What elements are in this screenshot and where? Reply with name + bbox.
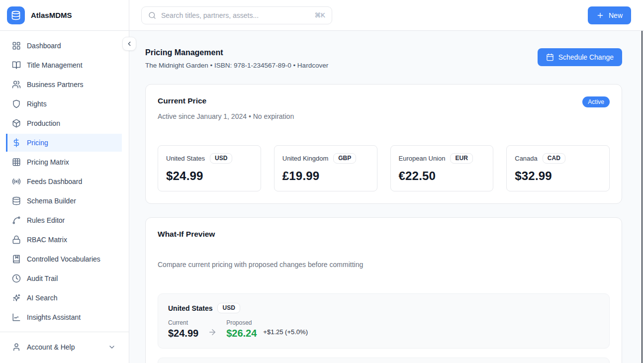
sidebar-item-label: AI Search (27, 294, 57, 302)
what-if-description: Compare current pricing with proposed ch… (158, 261, 610, 269)
sidebar-item-rules-editor[interactable]: Rules Editor (6, 211, 122, 229)
account-help-menu[interactable]: Account & Help (6, 338, 122, 356)
status-badge: Active (582, 96, 610, 107)
sidebar-item-dashboard[interactable]: Dashboard (6, 37, 122, 55)
price-amount: €22.50 (399, 169, 485, 183)
sidebar-item-insights-assistant[interactable]: Insights Assistant (6, 308, 122, 326)
currency-badge: USD (210, 153, 232, 164)
scrollbar[interactable] (642, 31, 644, 363)
region-row: United States USD (166, 153, 253, 164)
sidebar-item-label: Controlled Vocabularies (27, 255, 100, 263)
current-price-card: Current Price Active Active since Januar… (145, 84, 622, 204)
lock-icon (12, 235, 21, 244)
book-marked-icon (12, 255, 21, 264)
app-name: AtlasMDMS (31, 11, 72, 19)
dollar-sign-icon (12, 138, 21, 147)
content-area: Pricing Management The Midnight Garden •… (129, 31, 644, 363)
sidebar-item-controlled-vocabularies[interactable]: Controlled Vocabularies (6, 250, 122, 268)
what-if-row-partial (158, 358, 610, 363)
sidebar-item-ai-search[interactable]: AI Search (6, 289, 122, 307)
currency-badge: CAD (543, 153, 565, 164)
search-shortcut-hint: ⌘K (314, 11, 325, 19)
current-value: $24.99 (168, 328, 198, 339)
sidebar-item-schema-builder[interactable]: Schema Builder (6, 192, 122, 210)
search-input[interactable] (161, 11, 309, 19)
region-name: European Union (399, 155, 446, 162)
page-title: Pricing Management (145, 48, 328, 57)
sidebar-item-pricing-matrix[interactable]: Pricing Matrix (6, 153, 122, 171)
price-tile-european-union: European Union EUR €22.50 (390, 145, 494, 191)
what-if-row-united-states: United States USD Current $24.99 Propose… (158, 293, 610, 349)
sidebar-collapse-button[interactable] (122, 37, 136, 51)
sidebar-item-feeds-dashboard[interactable]: Feeds Dashboard (6, 173, 122, 190)
sidebar-item-label: Business Partners (27, 81, 84, 89)
global-search[interactable]: ⌘K (141, 6, 332, 24)
sidebar-item-label: Schema Builder (27, 197, 76, 205)
currency-badge: USD (217, 303, 240, 313)
region-row: United States USD (168, 303, 599, 313)
sidebar: AtlasMDMS Dashboard Title Management Bus… (0, 0, 129, 363)
price-amount: $24.99 (166, 169, 253, 183)
page-subtitle: The Midnight Garden • ISBN: 978-1-234567… (145, 62, 328, 69)
shield-icon (12, 99, 21, 108)
sidebar-item-label: Pricing (27, 139, 48, 147)
sidebar-item-title-management[interactable]: Title Management (6, 56, 122, 74)
sidebar-item-audit-trail[interactable]: Audit Trail (6, 270, 122, 287)
scrollbar-thumb[interactable] (642, 31, 643, 363)
sidebar-item-rights[interactable]: Rights (6, 95, 122, 113)
new-button-label: New (609, 11, 623, 19)
sidebar-item-label: Rights (27, 100, 47, 108)
region-row: European Union EUR (399, 153, 485, 164)
book-open-icon (12, 61, 21, 70)
region-name: Canada (515, 155, 538, 162)
current-price-title: Current Price (158, 96, 206, 105)
topbar: ⌘K New (129, 0, 644, 31)
brand-header: AtlasMDMS (0, 0, 129, 31)
schedule-change-label: Schedule Change (558, 53, 614, 61)
sidebar-item-production[interactable]: Production (6, 114, 122, 132)
price-amount: $32.99 (515, 169, 601, 183)
price-change-delta: +$1.25 (+5.0%) (263, 328, 308, 336)
price-tile-united-states: United States USD $24.99 (158, 145, 261, 191)
page-header: Pricing Management The Midnight Garden •… (145, 48, 622, 69)
dashboard-grid-icon (12, 41, 21, 50)
region-name: United Kingdom (282, 155, 329, 162)
region-name: United States (168, 304, 212, 312)
what-if-preview-card: What-If Preview Compare current pricing … (145, 217, 622, 363)
plus-icon (596, 11, 604, 19)
sidebar-item-label: Production (27, 119, 60, 127)
account-help-label: Account & Help (27, 343, 75, 351)
proposed-value: $26.24 (226, 328, 257, 339)
current-price-header: Current Price Active (158, 96, 610, 107)
sidebar-footer: Account & Help (0, 332, 129, 363)
sidebar-item-label: Insights Assistant (27, 313, 81, 321)
sidebar-item-pricing[interactable]: Pricing (6, 134, 122, 152)
search-icon (148, 11, 156, 19)
sidebar-item-label: Title Management (27, 61, 83, 69)
price-grid: United States USD $24.99 United Kingdom … (158, 145, 610, 191)
current-label: Current (168, 319, 198, 326)
sidebar-item-rbac-matrix[interactable]: RBAC Matrix (6, 231, 122, 249)
schedule-change-button[interactable]: Schedule Change (538, 48, 622, 66)
database-logo-icon (11, 10, 21, 20)
price-tile-canada: Canada CAD $32.99 (506, 145, 610, 191)
app-window: AtlasMDMS Dashboard Title Management Bus… (0, 0, 644, 363)
sidebar-item-business-partners[interactable]: Business Partners (6, 76, 122, 93)
radio-broadcast-icon (12, 177, 21, 186)
new-button[interactable]: New (588, 6, 631, 24)
clock-icon (12, 274, 21, 283)
price-tile-united-kingdom: United Kingdom GBP £19.99 (274, 145, 377, 191)
main-area: ⌘K New Pricing Management The Midnight G… (129, 0, 644, 363)
price-amount: £19.99 (282, 169, 369, 183)
sidebar-nav: Dashboard Title Management Business Part… (0, 31, 129, 332)
database-icon (12, 196, 21, 205)
sparkles-icon (12, 293, 21, 302)
spline-icon (12, 216, 21, 225)
users-icon (12, 80, 21, 89)
chevron-down-icon (108, 343, 116, 351)
package-icon (12, 119, 21, 128)
region-row: United Kingdom GBP (282, 153, 369, 164)
sidebar-item-label: RBAC Matrix (27, 236, 67, 244)
page-heading-block: Pricing Management The Midnight Garden •… (145, 48, 328, 69)
table-grid-icon (12, 158, 21, 167)
